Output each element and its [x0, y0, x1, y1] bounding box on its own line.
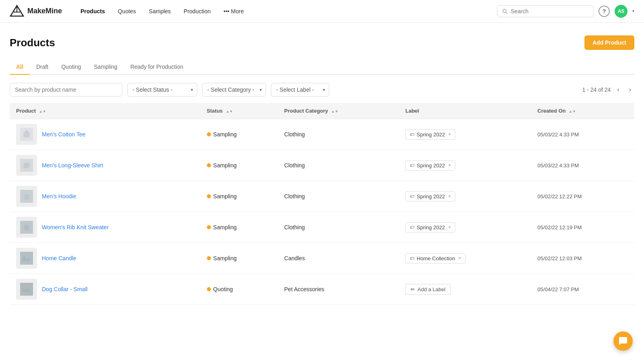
status-label: Sampling	[213, 162, 237, 169]
created-date: 05/02/22 12:22 PM	[537, 193, 582, 200]
header: MakeMine Products Quotes Samples Product…	[0, 0, 644, 23]
avatar-dropdown-arrow[interactable]: ▾	[632, 9, 634, 13]
label-tag: 🏷 Spring 2022 ×	[405, 130, 455, 140]
svg-rect-13	[27, 258, 30, 262]
label-remove-button[interactable]: ×	[448, 162, 451, 168]
product-cell: Women's Rib Knit Sweater	[10, 212, 200, 243]
col-status[interactable]: Status ▲▼	[200, 103, 278, 119]
label-remove-button[interactable]: ×	[458, 255, 461, 261]
product-name-link[interactable]: Home Candle	[42, 255, 76, 261]
nav-quotes[interactable]: Quotes	[112, 5, 142, 18]
created-cell: 05/02/22 12:03 PM	[531, 243, 634, 274]
category-cell: Clothing	[278, 119, 399, 150]
avatar[interactable]: AS	[615, 5, 627, 18]
tag-icon: 🏷	[410, 132, 414, 137]
help-button[interactable]: ?	[599, 6, 610, 17]
tab-ready-for-production[interactable]: Ready for Production	[124, 60, 190, 75]
product-cell: Home Candle	[10, 243, 200, 274]
category-sort-icons: ▲▼	[331, 110, 339, 113]
label-remove-button[interactable]: ×	[448, 193, 451, 199]
table-body: Men's Cotton Tee Sampling Clothing 🏷 Spr…	[10, 119, 634, 305]
product-name-link[interactable]: Men's Long-Sleeve Shirt	[42, 162, 103, 169]
global-search-box[interactable]	[497, 5, 594, 17]
product-name-link[interactable]: Men's Cotton Tee	[42, 131, 85, 138]
tab-draft[interactable]: Draft	[30, 60, 55, 75]
label-filter-select[interactable]: - Select Label - Spring 2022 Home Collec…	[271, 83, 329, 97]
logo[interactable]: MakeMine	[10, 4, 62, 19]
label-remove-button[interactable]: ×	[448, 132, 451, 137]
col-label[interactable]: Label	[399, 103, 531, 119]
product-thumbnail	[16, 186, 37, 207]
svg-rect-11	[20, 252, 33, 265]
pencil-icon: ✏	[411, 286, 415, 292]
product-thumbnail	[16, 279, 37, 300]
status-dot	[207, 225, 211, 229]
tab-quoting[interactable]: Quoting	[55, 60, 87, 75]
label-tag: 🏷 Home Collection ×	[405, 253, 465, 263]
col-category[interactable]: Product Category ▲▼	[278, 103, 399, 119]
main-content: Products Add Product All Draft Quoting S…	[0, 23, 644, 315]
label-cell: 🏷 Spring 2022 ×	[399, 212, 531, 243]
category-filter-dropdown[interactable]: - Select Category - Clothing Candles Pet…	[202, 83, 266, 97]
created-cell: 05/04/22 7:07 PM	[531, 274, 634, 305]
category-filter-select[interactable]: - Select Category - Clothing Candles Pet…	[202, 83, 266, 97]
col-created[interactable]: Created On ▲▼	[531, 103, 634, 119]
col-product[interactable]: Product ▲▼	[10, 103, 200, 119]
status-cell: Sampling	[200, 119, 278, 150]
tag-icon: 🏷	[410, 163, 414, 168]
label-text: Spring 2022	[417, 132, 445, 138]
product-name-link[interactable]: Women's Rib Knit Sweater	[42, 224, 109, 230]
created-date: 05/03/22 4:33 PM	[537, 132, 579, 138]
status-filter-select[interactable]: - Select Status - Draft Quoting Sampling…	[127, 83, 197, 97]
nav-more[interactable]: ••• More	[218, 5, 250, 18]
category-text: Candles	[284, 255, 305, 261]
product-cell: Men's Cotton Tee	[10, 119, 200, 150]
product-name-link[interactable]: Men's Hoodie	[42, 193, 76, 200]
created-date: 05/04/22 7:07 PM	[537, 286, 579, 292]
label-remove-button[interactable]: ×	[448, 224, 451, 230]
nav-samples[interactable]: Samples	[143, 5, 176, 18]
col-status-label: Status	[207, 108, 223, 114]
tag-icon: 🏷	[410, 225, 414, 230]
category-cell: Clothing	[278, 212, 399, 243]
table-row: Men's Long-Sleeve Shirt Sampling Clothin…	[10, 150, 634, 181]
product-cell: Dog Collar - Small	[10, 274, 200, 305]
category-cell: Clothing	[278, 181, 399, 212]
product-search-input[interactable]	[10, 83, 122, 97]
tab-sampling[interactable]: Sampling	[87, 60, 124, 75]
nav-products[interactable]: Products	[75, 5, 111, 18]
label-tag: 🏷 Spring 2022 ×	[405, 160, 455, 171]
created-cell: 05/03/22 4:33 PM	[531, 150, 634, 181]
add-label-button[interactable]: ✏ Add a Label	[405, 284, 450, 295]
status-label: Sampling	[213, 193, 237, 200]
product-thumbnail	[16, 155, 37, 176]
add-product-button[interactable]: Add Product	[584, 35, 634, 50]
category-text: Clothing	[284, 224, 305, 230]
tag-icon: 🏷	[410, 194, 414, 199]
created-sort-icons: ▲▼	[569, 110, 576, 113]
prev-page-button[interactable]: ‹	[614, 84, 622, 95]
nav-production[interactable]: Production	[178, 5, 216, 18]
created-cell: 05/02/22 12:19 PM	[531, 212, 634, 243]
table-row: Men's Cotton Tee Sampling Clothing 🏷 Spr…	[10, 119, 634, 150]
tab-all[interactable]: All	[10, 60, 30, 75]
product-cell: Men's Hoodie	[10, 181, 200, 212]
label-filter-dropdown[interactable]: - Select Label - Spring 2022 Home Collec…	[271, 83, 329, 97]
next-page-button[interactable]: ›	[626, 84, 634, 95]
product-cell: Men's Long-Sleeve Shirt	[10, 150, 200, 181]
category-cell: Pet Accessories	[278, 274, 399, 305]
label-text: Spring 2022	[417, 193, 445, 200]
label-cell: 🏷 Spring 2022 ×	[399, 181, 531, 212]
add-label-text: Add a Label	[417, 286, 445, 292]
product-name-link[interactable]: Dog Collar - Small	[42, 286, 88, 292]
product-thumbnail	[16, 217, 37, 238]
status-dot	[207, 256, 211, 260]
svg-point-14	[24, 256, 25, 257]
page-title: Products	[10, 37, 55, 49]
created-cell: 05/02/22 12:22 PM	[531, 181, 634, 212]
global-search-input[interactable]	[511, 8, 588, 14]
svg-rect-8	[25, 165, 29, 165]
status-filter-dropdown[interactable]: - Select Status - Draft Quoting Sampling…	[127, 83, 197, 97]
col-product-label: Product	[16, 108, 36, 114]
search-icon	[502, 8, 508, 14]
